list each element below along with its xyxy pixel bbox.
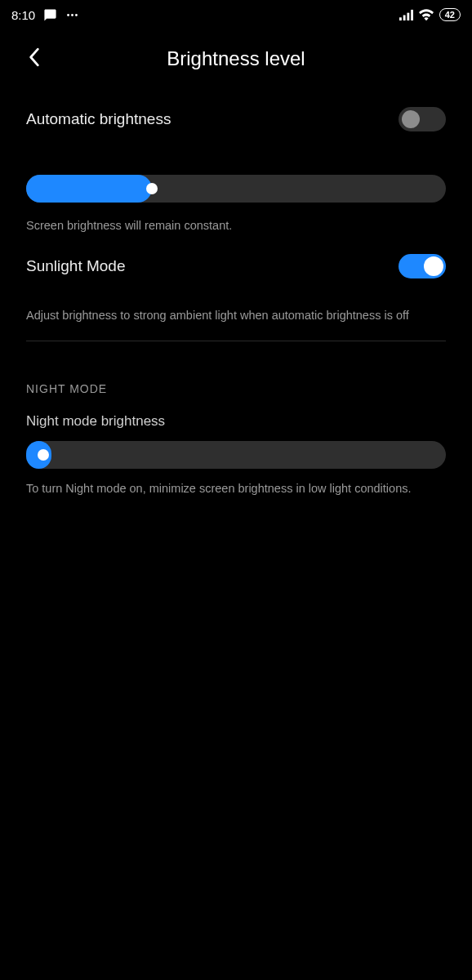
message-icon [43, 8, 57, 22]
night-mode-slider[interactable] [26, 441, 446, 469]
sunlight-mode-toggle[interactable] [399, 254, 446, 278]
battery-indicator: 42 [439, 8, 461, 21]
divider [26, 341, 446, 341]
brightness-slider[interactable] [26, 175, 446, 203]
back-button[interactable] [20, 44, 49, 74]
more-icon [65, 8, 79, 22]
signal-icon [399, 9, 413, 21]
status-bar: 8:10 42 [0, 0, 472, 29]
svg-rect-5 [407, 12, 409, 20]
chevron-left-icon [29, 47, 40, 70]
svg-point-0 [67, 14, 69, 16]
svg-point-1 [71, 14, 73, 16]
automatic-brightness-toggle[interactable] [399, 107, 446, 131]
brightness-desc: Screen brightness will remain constant. [26, 217, 446, 234]
night-mode-section-header: NIGHT MODE [26, 382, 446, 395]
wifi-icon [419, 9, 434, 20]
sunlight-mode-label: Sunlight Mode [26, 257, 125, 275]
page-title: Brightness level [0, 47, 472, 70]
sunlight-mode-desc: Adjust brightness to strong ambient ligh… [26, 307, 446, 323]
night-mode-desc: To turn Night mode on, minimize screen b… [26, 480, 446, 497]
automatic-brightness-row: Automatic brightness [26, 93, 446, 145]
svg-rect-3 [399, 17, 402, 20]
page-header: Brightness level [0, 29, 472, 88]
status-time: 8:10 [11, 8, 35, 22]
svg-rect-4 [403, 15, 405, 20]
sunlight-mode-row: Sunlight Mode [26, 240, 446, 292]
svg-point-2 [75, 14, 78, 16]
automatic-brightness-label: Automatic brightness [26, 110, 171, 128]
night-mode-brightness-label: Night mode brightness [26, 413, 446, 430]
svg-rect-6 [411, 9, 413, 20]
